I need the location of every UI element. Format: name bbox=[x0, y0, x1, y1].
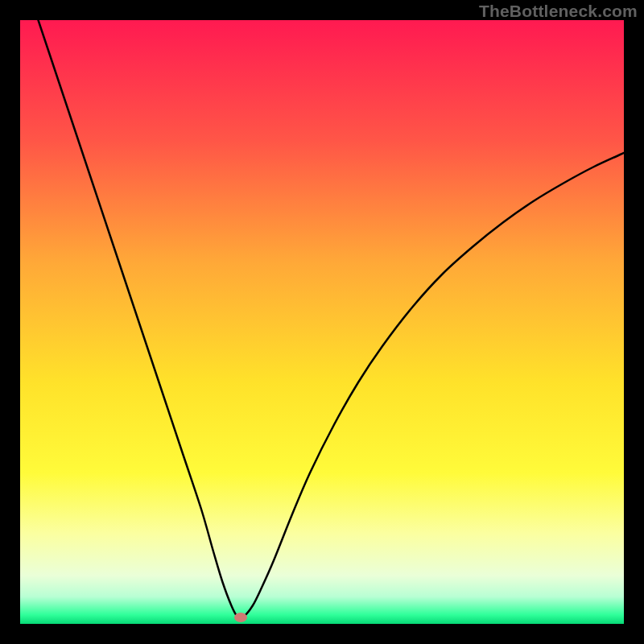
bottleneck-curve bbox=[20, 20, 624, 624]
watermark-text: TheBottleneck.com bbox=[479, 2, 638, 21]
chart-stage: TheBottleneck.com bbox=[0, 0, 644, 644]
optimal-marker bbox=[234, 613, 247, 622]
plot-area bbox=[20, 20, 624, 624]
